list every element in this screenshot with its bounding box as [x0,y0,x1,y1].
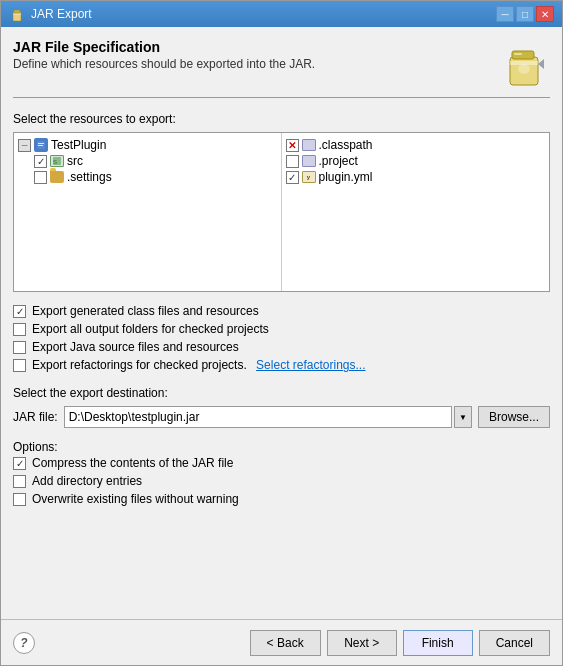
destination-label: Select the export destination: [13,386,550,400]
title-bar-buttons: ─ □ ✕ [496,6,554,22]
checkbox-project[interactable] [286,155,299,168]
svg-marker-8 [538,59,544,69]
window: JAR Export ─ □ ✕ JAR File Specification … [0,0,563,666]
checkbox-row-compress: Compress the contents of the JAR file [13,456,550,470]
checkbox-export-output[interactable] [13,323,26,336]
overwrite-label: Overwrite existing files without warning [32,492,239,506]
checkbox-testplugin[interactable]: ─ [18,139,31,152]
list-item[interactable]: ✕ .classpath [286,137,546,153]
checkbox-export-java[interactable] [13,341,26,354]
jar-file-input[interactable] [64,406,452,428]
options-checkboxes: Compress the contents of the JAR file Ad… [13,456,550,506]
help-button[interactable]: ? [13,632,35,654]
list-item[interactable]: .settings [34,169,277,185]
jar-large-icon [500,39,550,89]
checkbox-row-export-java: Export Java source files and resources [13,340,550,354]
checkbox-export-refactorings[interactable] [13,359,26,372]
export-options-section: Export generated class files and resourc… [13,304,550,372]
svg-text:S: S [53,159,57,165]
checkbox-pluginyml[interactable] [286,171,299,184]
list-item[interactable]: ─ TestPlugin [18,137,277,153]
checkbox-compress[interactable] [13,457,26,470]
tree-panel: ─ TestPlugin [13,132,550,292]
footer-right: < Back Next > Finish Cancel [250,630,550,656]
folder-icon [50,171,64,183]
dropdown-arrow-icon[interactable]: ▼ [454,406,472,428]
select-refactorings-link[interactable]: Select refactorings... [256,358,365,372]
src-icon: S [50,155,64,167]
item-label: plugin.yml [319,170,373,184]
next-button[interactable]: Next > [327,630,397,656]
tree-right[interactable]: ✕ .classpath .project y [282,133,550,291]
item-label: .settings [67,170,112,184]
svg-point-6 [518,64,530,74]
jar-file-row: JAR file: ▼ Browse... [13,406,550,428]
item-label: .classpath [319,138,373,152]
cancel-button[interactable]: Cancel [479,630,550,656]
checkbox-overwrite[interactable] [13,493,26,506]
file-icon [302,139,316,151]
maximize-button[interactable]: □ [516,6,534,22]
export-java-label: Export Java source files and resources [32,340,239,354]
resources-section: Select the resources to export: ─ [13,112,550,292]
checkbox-src[interactable] [34,155,47,168]
svg-rect-2 [13,14,21,15]
item-label: .project [319,154,358,168]
item-label: src [67,154,83,168]
project-icon [34,138,48,152]
checkbox-row-add-directory: Add directory entries [13,474,550,488]
add-directory-label: Add directory entries [32,474,142,488]
checkbox-classpath[interactable]: ✕ [286,139,299,152]
checkbox-row-export-output: Export all output folders for checked pr… [13,322,550,336]
footer: ? < Back Next > Finish Cancel [1,619,562,665]
export-output-label: Export all output folders for checked pr… [32,322,269,336]
checkbox-add-directory[interactable] [13,475,26,488]
list-item[interactable]: y plugin.yml [286,169,546,185]
checkbox-row-export-classes: Export generated class files and resourc… [13,304,550,318]
title-bar: JAR Export ─ □ ✕ [1,1,562,27]
compress-label: Compress the contents of the JAR file [32,456,233,470]
checkbox-row-overwrite: Overwrite existing files without warning [13,492,550,506]
main-content: JAR File Specification Define which reso… [1,27,562,619]
item-label: TestPlugin [51,138,106,152]
section-subtitle: Define which resources should be exporte… [13,57,315,71]
browse-button[interactable]: Browse... [478,406,550,428]
jar-file-input-wrapper: ▼ [64,406,472,428]
export-refactorings-label: Export refactorings for checked projects… [32,358,250,372]
section-title: JAR File Specification [13,39,315,55]
jar-title-icon [9,6,25,22]
svg-rect-10 [38,143,44,144]
destination-section: Select the export destination: JAR file:… [13,382,550,430]
svg-rect-7 [514,53,522,55]
resources-label: Select the resources to export: [13,112,550,126]
yml-icon: y [302,171,316,183]
options-label: Options: [13,440,550,454]
close-button[interactable]: ✕ [536,6,554,22]
checkbox-export-classes[interactable] [13,305,26,318]
title-bar-left: JAR Export [9,6,92,22]
svg-rect-0 [13,12,21,21]
svg-rect-1 [14,10,20,13]
section-header-text: JAR File Specification Define which reso… [13,39,315,71]
section-header: JAR File Specification Define which reso… [13,39,550,98]
footer-left: ? [13,632,35,654]
checkbox-settings[interactable] [34,171,47,184]
tree-left[interactable]: ─ TestPlugin [14,133,282,291]
jar-file-label: JAR file: [13,410,58,424]
finish-button[interactable]: Finish [403,630,473,656]
list-item[interactable]: .project [286,153,546,169]
back-button[interactable]: < Back [250,630,321,656]
export-classes-label: Export generated class files and resourc… [32,304,259,318]
minimize-button[interactable]: ─ [496,6,514,22]
file-icon [302,155,316,167]
window-title: JAR Export [31,7,92,21]
options-section: Options: Compress the contents of the JA… [13,440,550,506]
list-item[interactable]: S src [34,153,277,169]
checkbox-row-export-refactorings: Export refactorings for checked projects… [13,358,550,372]
svg-rect-11 [38,145,43,146]
